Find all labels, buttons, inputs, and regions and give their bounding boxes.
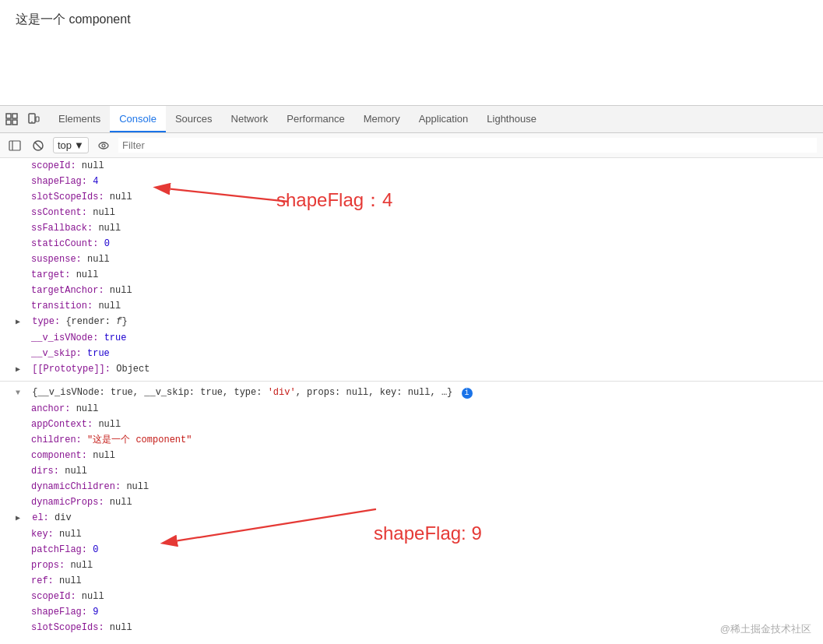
tab-application[interactable]: Application	[410, 106, 478, 132]
console-line[interactable]: ▶ type: {render: f}	[0, 314, 823, 330]
console-toolbar: top ▼	[0, 133, 823, 158]
chevron-down-icon: ▼	[74, 139, 84, 151]
tab-memory[interactable]: Memory	[354, 106, 410, 132]
svg-point-6	[31, 121, 33, 123]
console-line: ssContent: null	[0, 205, 823, 220]
console-line: component: null	[0, 448, 823, 463]
console-line: scopeId: null	[0, 589, 823, 604]
console-line: ssFallback: null	[0, 220, 823, 236]
console-line: transition: null	[0, 298, 823, 314]
console-line: scopeId: null	[0, 158, 823, 174]
sidebar-toggle-btn[interactable]	[6, 137, 23, 154]
devtools-body: scopeId: null shapeFlag: 4 slotScopeIds:…	[0, 158, 823, 644]
console-line: dynamicProps: null	[0, 494, 823, 510]
devtools-panel: Elements Console Sources Network Perform…	[0, 105, 823, 644]
svg-point-12	[102, 144, 105, 147]
console-line-shapeflag: shapeFlag: 4	[0, 174, 823, 189]
console-line: anchor: null	[0, 401, 823, 417]
console-line: target: null	[0, 267, 823, 283]
console-output: scopeId: null shapeFlag: 4 slotScopeIds:…	[0, 158, 823, 635]
eye-icon[interactable]	[95, 137, 112, 154]
tab-console[interactable]: Console	[110, 106, 166, 132]
svg-point-11	[99, 143, 108, 149]
clear-console-btn[interactable]	[30, 137, 47, 154]
console-line: suspense: null	[0, 252, 823, 267]
console-line: props: null	[0, 558, 823, 573]
devtools-tabs-bar: Elements Console Sources Network Perform…	[0, 106, 823, 133]
console-line: ref: null	[0, 573, 823, 589]
filter-input[interactable]	[118, 138, 817, 153]
tab-performance[interactable]: Performance	[277, 106, 353, 132]
console-line: __v_isVNode: true	[0, 330, 823, 346]
console-line-second-obj[interactable]: ▼ {__v_isVNode: true, __v_skip: true, ty…	[0, 385, 823, 401]
watermark: @稀土掘金技术社区	[720, 622, 811, 636]
console-line: slotScopeIds: null	[0, 189, 823, 205]
console-line-children: children: "这是一个 component"	[0, 432, 823, 448]
console-line: staticCount: 0	[0, 236, 823, 252]
tab-elements[interactable]: Elements	[49, 106, 110, 132]
console-line: slotScopeIds: null	[0, 620, 823, 635]
devtools-icon-group	[4, 111, 41, 127]
console-line: appContext: null	[0, 417, 823, 432]
page-title: 这是一个 component	[16, 12, 131, 28]
svg-rect-1	[12, 114, 17, 118]
svg-rect-3	[12, 120, 17, 125]
svg-rect-0	[6, 114, 11, 118]
svg-rect-7	[9, 141, 20, 150]
svg-rect-5	[36, 117, 39, 121]
console-line: targetAnchor: null	[0, 283, 823, 298]
page-content: 这是一个 component	[0, 0, 823, 105]
svg-rect-2	[6, 120, 11, 125]
console-line: patchFlag: 0	[0, 542, 823, 558]
console-line[interactable]: ▶ el: div	[0, 510, 823, 526]
console-line: key: null	[0, 526, 823, 542]
console-line: __v_skip: true	[0, 346, 823, 361]
device-icon[interactable]	[26, 111, 41, 127]
context-selector[interactable]: top ▼	[53, 137, 89, 153]
console-line: dynamicChildren: null	[0, 479, 823, 494]
console-line[interactable]: ▶ [[Prototype]]: Object	[0, 361, 823, 378]
inspect-icon[interactable]	[4, 111, 19, 127]
tab-sources[interactable]: Sources	[166, 106, 222, 132]
console-line-shapeflag2: shapeFlag: 9	[0, 604, 823, 620]
tab-lighthouse[interactable]: Lighthouse	[477, 106, 546, 132]
tab-network[interactable]: Network	[222, 106, 278, 132]
svg-line-10	[35, 143, 41, 149]
console-line: dirs: null	[0, 463, 823, 479]
